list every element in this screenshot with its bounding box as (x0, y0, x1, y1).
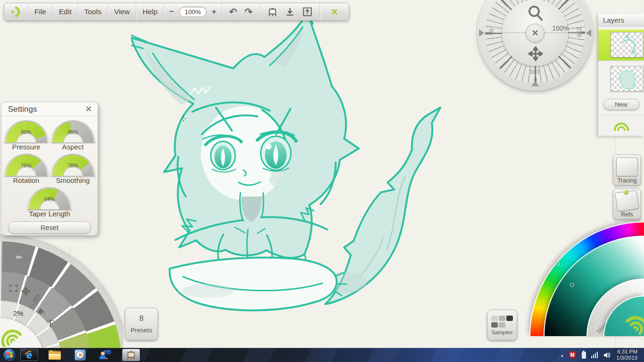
tracing-button[interactable]: Tracing (613, 155, 641, 186)
rotate-left-arrow-icon[interactable] (479, 29, 484, 37)
refs-button[interactable]: Refs (613, 189, 641, 220)
taskbar-artrage-active[interactable] (122, 349, 140, 361)
rotate-right-arrow-icon[interactable] (586, 29, 591, 37)
new-layer-button[interactable]: New (603, 99, 640, 110)
dial-value: 64% (27, 196, 72, 202)
clock-date: 1/3/2013 (616, 355, 637, 361)
dial-value: 45% (51, 129, 95, 135)
folder-icon (49, 350, 61, 360)
taskbar-media-player[interactable] (71, 349, 89, 361)
easel-icon (126, 350, 136, 360)
pressure-dial[interactable]: 89% Pressure (3, 120, 50, 151)
presets-label: Presets (131, 327, 152, 334)
taskbar-messenger[interactable] (97, 349, 115, 361)
transform-tool-icon[interactable] (21, 287, 31, 296)
tool-picker-wheel[interactable]: ✎ ✎ T 2% (0, 234, 124, 348)
dial-label: Pressure (12, 143, 40, 151)
history-controls: ↶ ↷ (222, 3, 260, 20)
taskbar-file-explorer[interactable] (46, 349, 64, 361)
smoothing-dial[interactable]: 78% Smoothing (50, 154, 96, 184)
taskbar-clock[interactable]: 6:31 PM 1/3/2013 (616, 349, 639, 361)
hidden-icons-chevron[interactable]: ▴ (561, 353, 563, 358)
battery-icon[interactable] (582, 352, 586, 359)
zoom-in-button[interactable]: + (210, 7, 218, 16)
pan-icon[interactable] (527, 45, 544, 62)
presets-count: 8 (140, 314, 144, 323)
reset-button[interactable]: Reset (8, 222, 91, 234)
menubar: File Edit Tools View Help − 100% + ↶ ↷ ✕ (4, 3, 349, 21)
rotate-bottom-arrow-icon[interactable] (531, 81, 539, 86)
artrage-desktop: { "colors": { "accent_lime": "#a6d32f", … (0, 0, 644, 362)
dial-value: 89% (4, 129, 49, 135)
layer-item-selected[interactable] (598, 29, 644, 60)
media-player-icon (74, 349, 86, 361)
layer-thumbnail (611, 32, 644, 58)
fill-tool-icon[interactable] (37, 307, 46, 315)
quit-button[interactable]: ✕ (320, 3, 349, 20)
easel-icon[interactable] (264, 7, 281, 17)
canvas-artwork[interactable] (131, 16, 475, 346)
dial-label: Rotation (13, 176, 40, 184)
artrage-logo-icon (10, 6, 22, 18)
reset-view-button[interactable]: ✕ (526, 24, 545, 42)
pin-icon (624, 190, 628, 195)
volume-icon[interactable] (603, 352, 611, 359)
brush-cursor (181, 116, 186, 121)
menu-edit[interactable]: Edit (53, 3, 78, 20)
import-icon[interactable] (282, 7, 298, 17)
samples-button[interactable]: Samples (487, 310, 517, 340)
selection-tool-icon[interactable] (9, 285, 17, 292)
menu-view[interactable]: View (108, 3, 136, 20)
rotation-dial[interactable]: 75% Rotation (3, 154, 50, 184)
rotation-label-270: 270 (576, 25, 583, 39)
canvas-navigator-wheel[interactable]: 90 270 180 ✕ 100% (478, 0, 593, 90)
menu-tools[interactable]: Tools (78, 3, 108, 20)
zoom-level-field[interactable]: 100% (179, 7, 206, 17)
artrage-logo-button[interactable] (4, 3, 28, 20)
layer-item[interactable] (598, 63, 644, 94)
navigator-zoom-value: 100% (552, 25, 569, 32)
settings-dials: 89% Pressure 45% Aspect 75% Rotation 78%… (1, 116, 98, 221)
tracing-thumbnail-icon (616, 157, 638, 176)
samples-grid-icon (491, 315, 513, 328)
zoom-out-button[interactable]: − (168, 7, 175, 16)
rotation-label-90: 90 (488, 25, 495, 39)
close-icon[interactable]: ✕ (85, 104, 92, 114)
mcafee-icon[interactable]: M (569, 351, 577, 359)
network-signal-icon[interactable] (591, 352, 598, 358)
eyedropper-tool-icon[interactable] (32, 294, 40, 303)
layer-thumbnail (611, 66, 644, 91)
menu-help[interactable]: Help (136, 3, 164, 20)
taskbar-internet-explorer[interactable]: e (20, 349, 38, 361)
aspect-dial[interactable]: 45% Aspect (50, 120, 96, 151)
start-button[interactable] (3, 349, 16, 361)
panel-divider (598, 115, 644, 115)
artrage-arcs-icon[interactable] (611, 118, 632, 132)
refs-label: Refs (613, 210, 641, 220)
settings-panel: Settings ✕ 89% Pressure 45% Aspect 75% R… (1, 102, 98, 236)
text-tool-icon[interactable]: T (47, 318, 54, 330)
windows-taskbar: e ▴ M (0, 348, 644, 362)
menu-file[interactable]: File (28, 3, 53, 20)
windows-flag-icon (6, 352, 13, 358)
presets-button[interactable]: 8 Presets (125, 308, 158, 340)
layers-panel-title[interactable]: Layers (598, 14, 644, 26)
dial-value: 75% (4, 163, 49, 168)
undo-icon[interactable]: ↶ (226, 6, 240, 17)
taper-length-dial[interactable]: 64% Taper Length (26, 187, 73, 218)
zoom-controls: − 100% + (164, 3, 222, 20)
layers-panel: Layers New (598, 14, 644, 136)
brush-size-value[interactable]: 2% (13, 309, 24, 317)
rotation-label-180: 180 (528, 68, 542, 75)
color-marker[interactable] (570, 283, 574, 287)
refs-note-icon (615, 190, 639, 212)
export-icon[interactable] (299, 7, 316, 17)
tracing-label: Tracing (613, 176, 641, 186)
brush-tool-icon[interactable]: ✎ (64, 243, 74, 255)
canvas-controls (260, 3, 320, 20)
settings-titlebar[interactable]: Settings ✕ (1, 102, 98, 116)
green-x-icon: ✕ (326, 7, 343, 17)
hue-marker[interactable] (556, 262, 560, 266)
magnifier-icon[interactable] (527, 5, 545, 23)
redo-icon[interactable]: ↷ (241, 6, 256, 17)
